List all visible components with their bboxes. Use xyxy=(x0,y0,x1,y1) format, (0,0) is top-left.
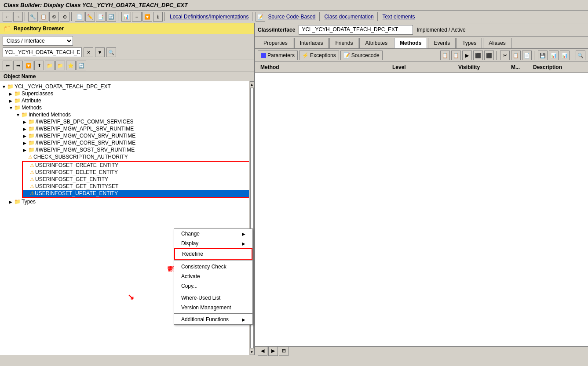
menu-version[interactable]: Version Management xyxy=(174,303,252,312)
rtb9[interactable]: 💾 xyxy=(538,51,548,60)
left-btn6[interactable]: 📁 xyxy=(55,61,65,70)
btn1[interactable]: 🔧 xyxy=(28,12,38,22)
left-btn4[interactable]: ⬆ xyxy=(34,61,44,70)
btn9[interactable]: 📊 xyxy=(121,12,131,22)
menu-redefine[interactable]: Redefine xyxy=(174,248,252,260)
rtb1[interactable]: 📋 xyxy=(440,51,450,60)
search-row: ✕ ▼ 🔍 xyxy=(3,47,252,57)
rtb3[interactable]: ▶ xyxy=(462,51,472,60)
attr-arrow: ▶ xyxy=(9,98,14,103)
btn11[interactable]: 🔽 xyxy=(142,12,152,22)
menu-display[interactable]: Display ▶ xyxy=(174,239,252,248)
rtb11[interactable]: 📊 xyxy=(560,51,570,60)
class-interface-label: Class/Interface xyxy=(258,27,295,33)
tree-item-m8[interactable]: ⚠ USERINFOSET_DELETE_ENTITY xyxy=(23,169,252,176)
left-btn5[interactable]: 📁 xyxy=(45,61,55,70)
tab-types[interactable]: Types xyxy=(457,38,482,48)
tree-item-m9[interactable]: ⚠ USERINFOSET_GET_ENTITY xyxy=(23,176,252,183)
tree-item-types[interactable]: ▶ 📁 Types xyxy=(0,198,254,205)
btn4[interactable]: ⊕ xyxy=(60,12,69,22)
left-btn8[interactable]: 🔄 xyxy=(77,61,86,70)
rtb6[interactable]: ✂ xyxy=(500,51,510,60)
left-btn1[interactable]: ⬅ xyxy=(3,61,12,70)
col-desc: Description xyxy=(531,63,584,71)
rtb2[interactable]: 📋 xyxy=(451,51,461,60)
btn3[interactable]: © xyxy=(49,12,59,22)
tree-item-m11[interactable]: ⚠ USERINFOSET_UPDATE_ENTITY xyxy=(23,190,252,197)
types-arrow: ▶ xyxy=(9,199,14,204)
menu-consistency[interactable]: Consistency Check xyxy=(174,262,252,272)
source-code-link[interactable]: Source Code-Based xyxy=(266,14,317,20)
tab-interfaces[interactable]: Interfaces xyxy=(294,38,329,48)
tree-item-root[interactable]: ▼ 📁 YCL_YCYH_ODATA_TEACH_DPC_EXT xyxy=(0,83,254,90)
menu-additional[interactable]: Additional Functions ▶ xyxy=(174,315,252,324)
btn5[interactable]: 📄 xyxy=(75,12,84,22)
left-btn3[interactable]: 🔽 xyxy=(24,61,33,70)
left-btn2[interactable]: ➡ xyxy=(13,61,23,70)
tab-properties[interactable]: Properties xyxy=(258,38,293,48)
right-panel: Class/Interface YCL_YCYH_ODATA_TEACH_DPC… xyxy=(255,23,588,355)
rtb8[interactable]: 📄 xyxy=(522,51,532,60)
menu-display-label: Display xyxy=(181,240,198,246)
nav-left-btn[interactable]: ◀ xyxy=(258,346,267,356)
exceptions-btn[interactable]: ⚡ Exceptions xyxy=(299,51,339,60)
btn7[interactable]: 📑 xyxy=(96,12,106,22)
btn10[interactable]: ≡ xyxy=(132,12,142,22)
sourcecode-btn[interactable]: 📝 Sourcecode xyxy=(340,51,383,60)
tree-item-methods[interactable]: ▼ 📁 Methods xyxy=(0,104,254,111)
scroll-down[interactable]: ▼ xyxy=(250,349,254,355)
back-btn[interactable]: ← xyxy=(3,12,12,22)
tab-methods[interactable]: Methods xyxy=(394,38,427,48)
nav-right-btn[interactable]: ▶ xyxy=(268,346,278,356)
rtb12[interactable]: 🔍 xyxy=(576,51,585,60)
search-dropdown-btn[interactable]: ▼ xyxy=(95,47,105,57)
m3-icon: 📁 xyxy=(28,133,35,139)
menu-copy[interactable]: Copy... xyxy=(174,281,252,291)
tree-item-m5[interactable]: ▶ 📁 /IWBEP/IF_MGW_SOST_SRV_RUNTIME xyxy=(0,146,254,153)
search-go-btn[interactable]: 🔍 xyxy=(106,47,116,57)
tab-attributes[interactable]: Attributes xyxy=(359,38,393,48)
search-input[interactable] xyxy=(3,47,82,57)
source-icon-btn[interactable]: 📝 xyxy=(256,12,265,22)
btn2[interactable]: 📋 xyxy=(39,12,48,22)
exceptions-label: Exceptions xyxy=(310,52,336,58)
tree-item-m7[interactable]: ⚠ USERINFOSET_CREATE_ENTITY xyxy=(23,162,252,169)
rtb10[interactable]: 📊 xyxy=(549,51,559,60)
class-doc-link[interactable]: Class documentation xyxy=(323,14,376,20)
rtb7[interactable]: 📋 xyxy=(511,51,521,60)
tree-item-m4[interactable]: ▶ 📁 /IWBEP/IF_MGW_CORE_SRV_RUNTIME xyxy=(0,139,254,146)
tree-item-m3[interactable]: ▶ 📁 /IWBEP/IF_MGW_CONV_SRV_RUNTIME xyxy=(0,132,254,139)
scroll-up[interactable]: ▲ xyxy=(250,81,254,87)
tree-item-m6[interactable]: ⚠ CHECK_SUBSCRIPTION_AUTHORITY xyxy=(0,153,254,160)
class-interface-select[interactable]: Class / Interface xyxy=(3,36,73,46)
nav-grid-btn[interactable]: ⊞ xyxy=(279,346,289,356)
tree-item-superclasses[interactable]: ▶ 📁 Superclasses xyxy=(0,90,254,97)
m1-arrow: ▶ xyxy=(23,120,28,124)
tab-friends[interactable]: Friends xyxy=(329,38,358,48)
btn6[interactable]: ✏️ xyxy=(85,12,95,22)
forward-btn[interactable]: → xyxy=(13,12,23,22)
menu-activate[interactable]: Activate xyxy=(174,272,252,281)
attr-label: Attribute xyxy=(22,98,41,104)
tree-item-m1[interactable]: ▶ 📁 /IWBEP/IF_SB_DPC_COMM_SERVICES xyxy=(0,118,254,125)
tree-item-m10[interactable]: ⚠ USERINFOSET_GET_ENTITYSET xyxy=(23,183,252,190)
tab-aliases[interactable]: Aliases xyxy=(483,38,511,48)
menu-change[interactable]: Change ▶ xyxy=(174,229,252,239)
left-btn7[interactable]: ⭐ xyxy=(66,61,76,70)
rtb5[interactable]: ⬛ xyxy=(484,51,494,60)
btn8[interactable]: 🔄 xyxy=(106,12,116,22)
btn12[interactable]: ℹ xyxy=(153,12,163,22)
tree-item-inherited[interactable]: ▼ 📁 Inherited Methods xyxy=(0,111,254,118)
menu-whereused[interactable]: Where-Used List xyxy=(174,293,252,303)
tree-item-m2[interactable]: ▶ 📁 /IWBEP/IF_MGW_APPL_SRV_RUNTIME xyxy=(0,125,254,132)
m6-warn-icon: ⚠ xyxy=(28,154,33,160)
rtb4[interactable]: ⬛ xyxy=(473,51,483,60)
search-close-btn[interactable]: ✕ xyxy=(84,47,93,57)
menu-display-arrow: ▶ xyxy=(242,241,245,246)
tree-item-attribute[interactable]: ▶ 📁 Attribute xyxy=(0,97,254,104)
m9-warn-icon: ⚠ xyxy=(30,177,34,182)
local-def-link[interactable]: Local Definitions/Implementations xyxy=(168,14,250,20)
text-elem-link[interactable]: Text elements xyxy=(381,14,417,20)
tab-events[interactable]: Events xyxy=(428,38,456,48)
params-btn[interactable]: Parameters xyxy=(258,51,298,60)
